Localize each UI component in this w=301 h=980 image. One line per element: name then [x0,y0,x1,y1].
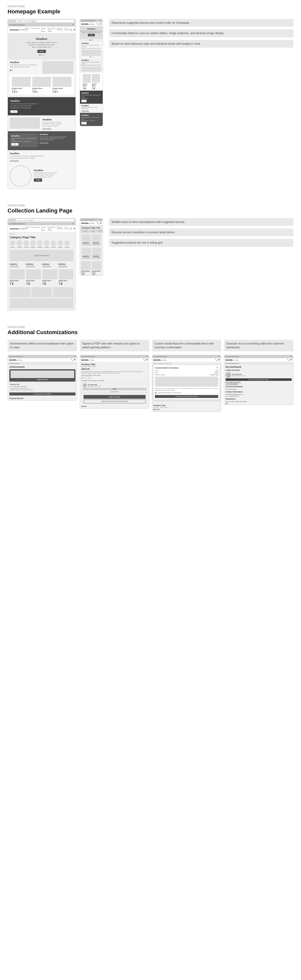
cm-filter-all[interactable]: Category [81,230,89,232]
c-h3-cta[interactable]: Call to Action [42,265,57,267]
swatch-3a[interactable] [53,91,54,92]
acc-edit-linked-button[interactable]: EDIT LINKED ACCOUNTS [226,381,291,383]
acc-search-icon[interactable]: 🔍 [287,359,290,361]
swatch-1b[interactable] [14,91,15,92]
slider-dot-2[interactable] [41,54,42,56]
swatch-2b[interactable] [34,91,36,92]
ach-cart-icon[interactable]: ⚑ [74,359,76,361]
c-cat-1[interactable]: Category [17,240,22,248]
slider-dot-3[interactable] [43,54,44,56]
cm-promo-close[interactable]: ✕ [100,219,101,221]
c-nav-rewards[interactable]: Bungie Rewards [57,226,63,231]
nav-link-last[interactable]: Last Chance [64,27,70,32]
pdp-switch-platform-button[interactable]: SWITCH ACCOUNT PLATFORM [83,399,146,403]
modal-cart-icon[interactable]: ⚑ [218,359,220,361]
nav-link-community[interactable]: Community Artist Series [48,27,55,32]
c-cart-icon[interactable]: ⚑ [73,228,75,230]
cm-filter-cat1[interactable]: Category [89,230,96,232]
acc-cart-icon[interactable]: ⚑ [290,359,292,361]
c-s2a[interactable] [26,283,28,285]
c-s2b[interactable] [28,283,30,285]
ach-claim-button[interactable]: CLAIM DIGITAL REWARD [10,393,75,396]
c-cat-6[interactable]: Category [51,240,56,248]
mobile-search-icon[interactable]: 🔍 [96,23,99,25]
c-nav-last[interactable]: Last Chance [64,226,70,231]
c-cat-3[interactable]: Category [30,240,36,248]
nested-right-cta[interactable]: Call to Action [40,142,48,143]
ach-search-icon[interactable]: 🔍 [71,359,73,361]
cm-swatch-1b[interactable] [83,274,84,275]
c-cat-8[interactable]: Category [64,240,70,248]
c-s3a[interactable] [42,283,44,285]
swatch-3c[interactable] [57,91,58,92]
acc-sync-button[interactable]: ↩ SYNC ACCOUNTS [226,383,291,385]
c-nav-community[interactable]: Community Artist Series [48,226,55,231]
pdp-details-chevron[interactable]: › [147,405,148,407]
swatch-1c[interactable] [16,91,18,92]
nav-link-rewards[interactable]: Bungie Rewards [57,27,63,32]
c-s1a[interactable] [10,283,11,285]
acc-edit-link[interactable]: Edit | Update Password [226,396,291,397]
mobile-swatch-1b[interactable] [84,88,86,89]
cm-filter-cat2[interactable]: Category [97,230,103,232]
ht-cta[interactable]: Call to Action [10,160,73,161]
c-h4-cta[interactable]: Call to Action [58,265,73,267]
c-search-icon[interactable]: 🔍 [70,228,72,230]
c-nav-intro[interactable]: Introductions [31,226,40,231]
mobile-swatch-2a[interactable] [92,88,93,89]
modal-checkbox[interactable] [155,392,157,394]
nested-inner-cta[interactable]: CTA [11,143,18,146]
c-h1-cta[interactable]: Call to Action [10,265,25,267]
modal-continue-button[interactable]: CONTINUE AND ADD TO CART [155,395,218,398]
swatch-3b[interactable] [54,91,56,92]
cm-search-icon[interactable]: 🔍 [96,222,99,224]
promo-close-icon[interactable]: ✕ [72,24,74,26]
nav-link-games[interactable]: Games & Mods [41,27,46,32]
swatch-1a[interactable] [12,91,13,92]
acc-promo-close[interactable]: ✕ [290,356,291,358]
c-nav-games[interactable]: Games & Mods [41,226,46,231]
slider-dot-1[interactable] [39,54,40,56]
c-s3b[interactable] [45,283,46,285]
c-cat-5[interactable]: Category [44,240,49,248]
mobile-dot-2[interactable] [91,40,92,41]
cm-swatch-2b[interactable] [94,274,95,275]
c-s4a[interactable] [59,283,60,285]
c-h2-cta[interactable]: Call to Action [26,265,41,267]
pdp-qty-input[interactable]: 1 [85,377,92,379]
modal-promo-close[interactable]: ✕ [218,356,220,358]
video-cta-button[interactable]: CTA [34,178,42,182]
pdp-search-icon[interactable]: 🔍 [143,359,145,361]
mobile-dark-cta[interactable]: CTA [81,100,86,102]
pdp-promo-close[interactable]: ✕ [146,356,148,358]
c-nav-whats-new[interactable]: What's New [25,226,30,231]
c-cat-4[interactable]: Category [37,240,43,248]
mobile-hero-cta[interactable]: CTA [88,34,95,37]
c-promo-close[interactable]: ✕ [72,223,74,225]
nav-link-intro[interactable]: Introductions [31,27,40,32]
search-icon[interactable]: 🔍 [70,29,72,31]
mobile-fp-cta[interactable]: CTA [81,122,86,124]
mobile-dot-1[interactable] [89,40,90,41]
c-cat-all[interactable]: Category [10,240,15,248]
c-cat-7[interactable]: Category [57,240,63,248]
mobile-dot-3[interactable] [92,40,93,41]
pdp-cart-icon[interactable]: ⚑ [146,359,148,361]
cm-swatch-1a[interactable] [81,274,83,275]
c-s1b[interactable] [12,283,13,285]
mobile-menu-icon[interactable]: ☰ [100,23,102,25]
mobile-sh-cta[interactable]: Call to Action [81,110,89,111]
acc-newsletter-edit[interactable]: Edit [226,402,291,404]
modal-search-icon[interactable]: 🔍 [215,359,217,361]
cart-icon[interactable]: ⚑ [73,29,75,31]
two-col-cta-1[interactable]: Call to Action [42,128,72,129]
mobile-promo-close[interactable]: ✕ [100,20,101,22]
c-cat-2[interactable]: Category [24,240,29,248]
pdp-add-to-bag-button[interactable]: ADD TO BAG [83,395,146,399]
dark-promo-cta[interactable]: CTA [10,110,18,113]
ach-promo-close[interactable]: ✕ [74,356,75,358]
swatch-2c[interactable] [36,91,38,92]
nav-link-whats-new[interactable]: What's New [25,27,30,32]
cm-swatch-2a[interactable] [92,274,93,275]
mobile-swatch-1a[interactable] [83,88,84,89]
